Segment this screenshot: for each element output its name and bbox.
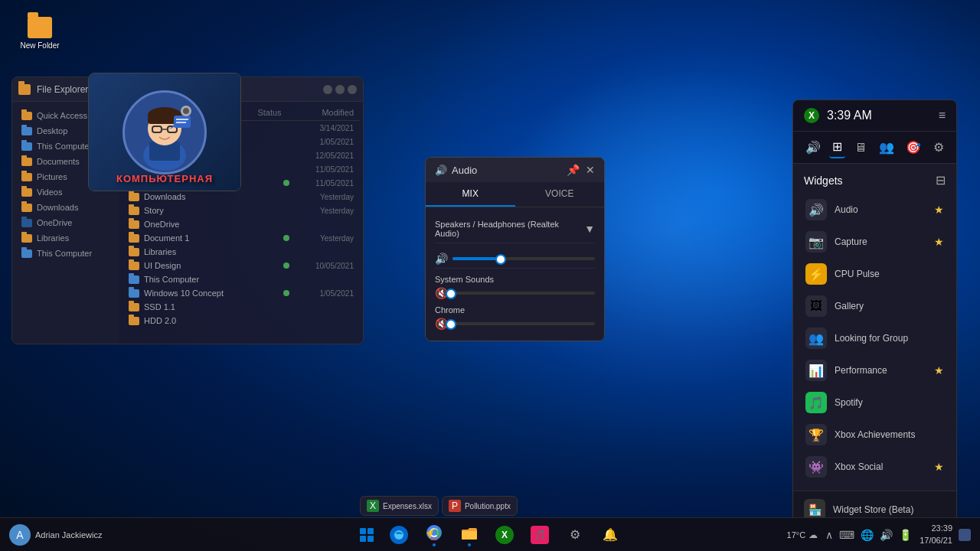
network-icon[interactable]: 🌐	[859, 527, 875, 543]
widget-item-xbox-achievements[interactable]: 🏆 Xbox Achievements ☆	[799, 419, 950, 451]
performance-widget-name: Performance	[835, 365, 926, 376]
sidebar-label: This Computer	[37, 249, 92, 258]
lfg-widget-star[interactable]: ☆	[934, 332, 944, 344]
audio-body: Speakers / Headphones (Realtek Audio) ▼ …	[426, 207, 604, 341]
taskbar-app-file-explorer[interactable]	[454, 520, 485, 549]
row-name: Story	[144, 206, 292, 215]
col-status-header: Status	[247, 108, 292, 117]
xbox-social-widget-star[interactable]: ★	[934, 461, 944, 473]
table-row[interactable]: Downloads Yesterday	[122, 190, 360, 204]
widget-item-xbox-social[interactable]: 👾 Xbox Social ★	[799, 451, 950, 483]
win-tile-4	[368, 536, 374, 542]
row-date: 11/05/2021	[292, 179, 354, 187]
table-row[interactable]: Story Yesterday	[122, 204, 360, 217]
downloads-icon	[21, 204, 32, 212]
table-row[interactable]: Windows 10 Concept 1/05/2021	[122, 286, 360, 300]
battery-icon[interactable]: 🔋	[897, 527, 913, 543]
desktop-icon-new-folder[interactable]: New Folder	[15, 17, 64, 50]
fe-minimize-button[interactable]	[323, 85, 332, 94]
xbox-achievement-nav-icon[interactable]: 🎯	[903, 137, 924, 158]
row-name: Windows 10 Concept	[144, 289, 283, 298]
xbox-social-nav-icon[interactable]: 👥	[876, 137, 897, 158]
start-button[interactable]	[354, 523, 379, 547]
volume-tray-icon[interactable]: 🔊	[878, 527, 894, 543]
achievements-widget-star[interactable]: ☆	[934, 429, 944, 441]
sidebar-item-downloads[interactable]: Downloads	[12, 200, 119, 215]
table-row[interactable]: OneDrive	[122, 217, 360, 231]
taskbar-app-notifications[interactable]: 🔔	[595, 523, 626, 547]
xbox-settings-nav-icon[interactable]: ⚙	[930, 137, 947, 158]
sync-dot	[283, 180, 289, 186]
audio-widget-name: Audio	[835, 204, 926, 215]
row-date: Yesterday	[292, 207, 354, 215]
xbox-filter-icon[interactable]: ⊟	[936, 173, 946, 187]
taskbar-app-music[interactable]: 🎵	[524, 523, 555, 547]
tray-arrow-icon[interactable]: ∧	[824, 527, 835, 543]
widget-item-capture[interactable]: 📷 Capture ★	[799, 226, 950, 258]
taskbar-app-edge[interactable]	[384, 523, 414, 547]
master-volume-slider[interactable]	[452, 257, 595, 260]
spotify-widget-star[interactable]: ☆	[934, 396, 944, 409]
widget-item-audio[interactable]: 🔊 Audio ★	[799, 194, 950, 226]
audio-close-button[interactable]: ✕	[586, 164, 595, 176]
table-row[interactable]: This Computer	[122, 272, 360, 286]
pinned-file-expenses[interactable]: X Expenses.xlsx	[360, 496, 439, 516]
table-row[interactable]: SSD 1.1	[122, 300, 360, 314]
channel-name-text: КОМПЬЮТЕРНАЯ	[89, 173, 240, 184]
spotify-widget-name: Spotify	[835, 397, 926, 408]
widget-item-gallery[interactable]: 🖼 Gallery ☆	[799, 290, 950, 322]
audio-device-selector[interactable]: Speakers / Headphones (Realtek Audio) ▼	[435, 215, 595, 243]
table-row[interactable]: Libraries	[122, 245, 360, 259]
powerpoint-icon: P	[449, 500, 461, 512]
keyboard-icon[interactable]: ⌨	[838, 527, 856, 543]
weather-icon: ☁	[808, 530, 818, 540]
taskbar-app-chrome[interactable]	[419, 520, 449, 549]
chrome-slider[interactable]	[452, 322, 595, 325]
sidebar-item-thispc[interactable]: This Computer	[12, 246, 119, 261]
system-sounds-slider[interactable]	[452, 292, 595, 295]
row-folder-icon	[129, 220, 139, 229]
edge-icon	[390, 526, 408, 544]
xbox-audio-nav-icon[interactable]: 🔊	[802, 137, 824, 158]
table-row[interactable]: UI Design 10/05/2021	[122, 259, 360, 272]
tab-mix[interactable]: MIX	[426, 182, 515, 207]
xbox-capture-nav-icon[interactable]: 🖥	[851, 138, 870, 158]
row-folder-icon	[129, 276, 139, 284]
videos-icon	[21, 188, 32, 197]
sidebar-label: OneDrive	[37, 218, 72, 227]
xbox-widgets-nav-icon[interactable]: ⊞	[829, 136, 845, 158]
svg-rect-18	[462, 531, 477, 540]
chrome-active-dot	[433, 543, 436, 546]
temperature-display: 17°C ☁	[787, 530, 818, 540]
capture-widget-star[interactable]: ★	[934, 236, 944, 248]
sidebar-item-onedrive[interactable]: OneDrive	[12, 215, 119, 230]
thispc-icon	[21, 249, 32, 258]
fe-close-button[interactable]	[348, 85, 357, 94]
xbox-menu-icon[interactable]: ≡	[939, 109, 946, 122]
taskbar-app-settings[interactable]: ⚙	[560, 523, 590, 547]
audio-widget-star[interactable]: ★	[934, 204, 944, 216]
widget-item-performance[interactable]: 📊 Performance ★	[799, 354, 950, 386]
xbox-taskbar-icon: X	[495, 526, 514, 544]
xbox-social-widget-icon: 👾	[805, 456, 827, 478]
pinned-file-pollution[interactable]: P Pollution.pptx	[442, 496, 518, 516]
notification-center-icon[interactable]	[959, 529, 971, 541]
tab-voice[interactable]: VOICE	[515, 182, 605, 207]
fe-maximize-button[interactable]	[335, 85, 345, 94]
taskbar-app-xbox[interactable]: X	[489, 523, 520, 547]
user-profile-avatar[interactable]: A	[9, 524, 31, 546]
sync-dot	[283, 262, 289, 269]
audio-pin-button[interactable]: 📌	[567, 164, 580, 176]
cpu-pulse-widget-star[interactable]: ☆	[934, 268, 944, 280]
gallery-widget-star[interactable]: ☆	[934, 300, 944, 312]
widget-item-looking-for-group[interactable]: 👥 Looking for Group ☆	[799, 322, 950, 354]
sidebar-item-libraries[interactable]: Libraries	[12, 230, 119, 246]
temperature-text: 17°C	[787, 530, 806, 540]
table-row[interactable]: Document 1 Yesterday	[122, 231, 360, 245]
widget-item-cpu-pulse[interactable]: ⚡ CPU Pulse ☆	[799, 258, 950, 290]
row-folder-icon	[129, 262, 139, 270]
performance-widget-star[interactable]: ★	[934, 364, 944, 377]
table-row[interactable]: HDD 2.0	[122, 314, 360, 328]
widget-item-spotify[interactable]: 🎵 Spotify ☆	[799, 386, 950, 419]
row-folder-icon	[129, 207, 139, 215]
